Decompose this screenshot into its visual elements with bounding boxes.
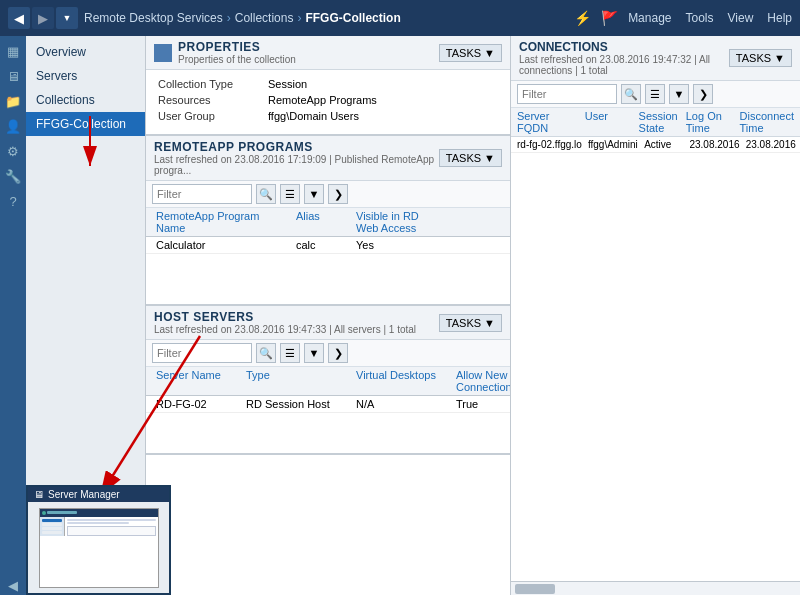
thumbnail-icon: 🖥 <box>34 489 44 500</box>
thumbnail-mini-preview <box>39 508 159 588</box>
hosts-col-allow[interactable]: Allow New Connections <box>452 369 510 393</box>
properties-title: PROPERTIES <box>178 40 296 54</box>
connections-list-icon[interactable]: ☰ <box>645 84 665 104</box>
sidebar-icon-collections[interactable]: 📁 <box>3 92 23 111</box>
conn-cell-fqdn: rd-fg-02.ffgg.local <box>515 139 582 150</box>
connections-filter-icon[interactable]: ▼ <box>669 84 689 104</box>
hostservers-spacer <box>146 413 510 453</box>
sidebar-icon-settings[interactable]: ⚙ <box>5 142 21 161</box>
menu-tools[interactable]: Tools <box>686 11 714 25</box>
connections-scrollbar[interactable] <box>511 581 800 595</box>
hosts-cell-vd: N/A <box>352 398 452 410</box>
hostservers-search-icon[interactable]: 🔍 <box>256 343 276 363</box>
title-bar: ◀ ▶ ▼ Remote Desktop Services › Collecti… <box>0 0 800 36</box>
forward-button[interactable]: ▶ <box>32 7 54 29</box>
remoteapp-filter-icon[interactable]: ▼ <box>304 184 324 204</box>
hostservers-tasks-button[interactable]: TASKS ▼ <box>439 314 502 332</box>
sidebar-item-servers[interactable]: Servers <box>26 64 145 88</box>
menu-view[interactable]: View <box>728 11 754 25</box>
hosts-col-vd[interactable]: Virtual Desktops <box>352 369 452 393</box>
sidebar-icon-tools[interactable]: 🔧 <box>3 167 23 186</box>
sidebar-icon-servers[interactable]: 🖥 <box>5 67 22 86</box>
sidebar-item-overview[interactable]: Overview <box>26 40 145 64</box>
connections-subtitle: Last refreshed on 23.08.2016 19:47:32 | … <box>519 54 729 76</box>
properties-icon <box>154 44 172 62</box>
properties-tasks-label: TASKS <box>446 47 481 59</box>
prop-key-usergroup: User Group <box>158 110 268 122</box>
thumbnail-title-bar: 🖥 Server Manager <box>28 487 169 502</box>
menu-help[interactable]: Help <box>767 11 792 25</box>
remoteapp-subtitle: Last refreshed on 23.08.2016 17:19:09 | … <box>154 154 439 176</box>
dropdown-button[interactable]: ▼ <box>56 7 78 29</box>
conn-col-state[interactable]: Session State <box>637 110 680 134</box>
remoteapp-filter-input[interactable] <box>152 184 252 204</box>
sidebar-icon-users[interactable]: 👤 <box>3 117 23 136</box>
properties-subtitle: Properties of the collection <box>178 54 296 65</box>
server-manager-thumbnail[interactable]: 🖥 Server Manager <box>26 485 171 595</box>
connections-panel: CONNECTIONS Last refreshed on 23.08.2016… <box>510 36 800 595</box>
hosts-cell-name: RD-FG-02 <box>152 398 242 410</box>
prop-key-type: Collection Type <box>158 78 268 90</box>
breadcrumb-item-current[interactable]: FFGG-Collection <box>305 11 400 25</box>
conn-col-user[interactable]: User <box>583 110 633 134</box>
prop-row-usergroup: User Group ffgg\Domain Users <box>158 108 498 124</box>
prop-row-type: Collection Type Session <box>158 76 498 92</box>
connections-spacer <box>511 153 800 581</box>
remoteapp-header: REMOTEAPP PROGRAMS Last refreshed on 23.… <box>146 136 510 181</box>
hostservers-tasks-label: TASKS <box>446 317 481 329</box>
conn-cell-disconnect: 23.08.2016 19:3... <box>744 139 796 150</box>
sidebar-item-collections[interactable]: Collections <box>26 88 145 112</box>
remoteapp-list-icon[interactable]: ☰ <box>280 184 300 204</box>
connections-tasks-label: TASKS <box>736 52 771 64</box>
main-content: PROPERTIES Properties of the collection … <box>146 36 510 595</box>
conn-col-fqdn[interactable]: Server FQDN <box>515 110 579 134</box>
properties-section: PROPERTIES Properties of the collection … <box>146 36 510 136</box>
hostservers-filter-input[interactable] <box>152 343 252 363</box>
remoteapp-expand-icon[interactable]: ❯ <box>328 184 348 204</box>
sidebar-icon-arrow[interactable]: ◀ <box>6 576 20 595</box>
hostservers-subtitle: Last refreshed on 23.08.2016 19:47:33 | … <box>154 324 416 335</box>
hostservers-filter-icon[interactable]: ▼ <box>304 343 324 363</box>
breadcrumb-item-collections[interactable]: Collections <box>235 11 294 25</box>
connections-search-icon[interactable]: 🔍 <box>621 84 641 104</box>
remoteapp-table-header: RemoteApp Program Name Alias Visible in … <box>146 208 510 237</box>
back-button[interactable]: ◀ <box>8 7 30 29</box>
prop-val-type: Session <box>268 78 307 90</box>
hosts-col-name[interactable]: Server Name <box>152 369 242 393</box>
conn-cell-state: Active <box>642 139 683 150</box>
properties-tasks-button[interactable]: TASKS ▼ <box>439 44 502 62</box>
breadcrumb-item-home[interactable]: Remote Desktop Services <box>84 11 223 25</box>
connections-table-header: Server FQDN User Session State Log On Ti… <box>511 108 800 137</box>
remoteapp-tasks-button[interactable]: TASKS ▼ <box>439 149 502 167</box>
thumbnail-content <box>28 502 169 593</box>
connections-expand-icon[interactable]: ❯ <box>693 84 713 104</box>
hosts-col-type[interactable]: Type <box>242 369 352 393</box>
connections-tasks-button[interactable]: TASKS ▼ <box>729 49 792 67</box>
flag-icon: 🚩 <box>601 10 618 26</box>
remoteapp-search-icon[interactable]: 🔍 <box>256 184 276 204</box>
conn-col-disconnect[interactable]: Disconnect Time <box>738 110 796 134</box>
prop-val-resources: RemoteApp Programs <box>268 94 377 106</box>
remoteapp-table-body: Calculator calc Yes <box>146 237 510 254</box>
icon-sidebar: ▦ 🖥 📁 👤 ⚙ 🔧 ? ◀ <box>0 36 26 595</box>
remoteapp-col-visible[interactable]: Visible in RD Web Access <box>352 210 432 234</box>
menu-manage[interactable]: Manage <box>628 11 671 25</box>
hostservers-list-icon[interactable]: ☰ <box>280 343 300 363</box>
remoteapp-row-calculator: Calculator calc Yes <box>146 237 510 254</box>
remoteapp-col-name[interactable]: RemoteApp Program Name <box>152 210 292 234</box>
connections-filter-input[interactable] <box>517 84 617 104</box>
sidebar-icon-dashboard[interactable]: ▦ <box>5 42 21 61</box>
remoteapp-spacer <box>146 254 510 304</box>
conn-col-logon[interactable]: Log On Time <box>684 110 734 134</box>
hostservers-expand-icon[interactable]: ❯ <box>328 343 348 363</box>
sidebar-icon-help[interactable]: ? <box>7 192 18 211</box>
remoteapp-cell-visible: Yes <box>352 239 432 251</box>
connections-table-body: rd-fg-02.ffgg.local ffgg\Administrator A… <box>511 137 800 153</box>
remoteapp-col-alias[interactable]: Alias <box>292 210 352 234</box>
hosts-cell-type: RD Session Host <box>242 398 352 410</box>
connections-tasks-arrow: ▼ <box>774 52 785 64</box>
hostservers-filter-bar: 🔍 ☰ ▼ ❯ <box>146 340 510 367</box>
sidebar-item-ffgg[interactable]: FFGG-Collection <box>26 112 145 136</box>
remoteapp-tasks-arrow: ▼ <box>484 152 495 164</box>
title-right-controls: ⚡ 🚩 Manage Tools View Help <box>574 10 792 26</box>
